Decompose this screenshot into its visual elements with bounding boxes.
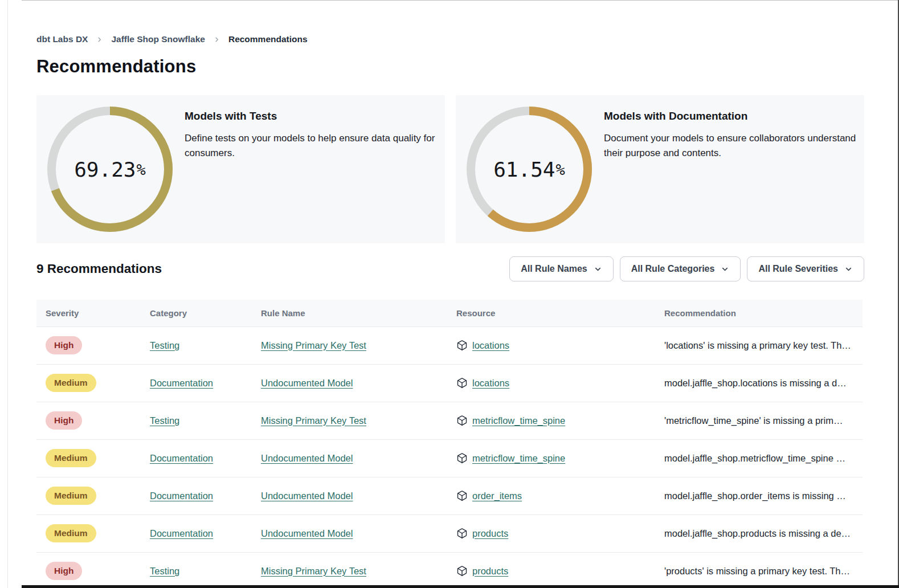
- table-row: HighTestingMissing Primary Key Testmetri…: [36, 402, 863, 439]
- breadcrumb: dbt Labs DXJaffle Shop SnowflakeRecommen…: [36, 34, 864, 44]
- rule-name-link[interactable]: Missing Primary Key Test: [261, 340, 366, 350]
- model-cube-icon: [456, 565, 468, 577]
- chevron-right-icon: [214, 36, 220, 43]
- severity-badge: High: [46, 411, 82, 430]
- filter-bar: All Rule NamesAll Rule CategoriesAll Rul…: [509, 256, 864, 281]
- resource-link[interactable]: order_items: [472, 491, 522, 501]
- chevron-down-icon: [594, 265, 602, 273]
- category-link[interactable]: Testing: [150, 415, 179, 426]
- recommendation-text: model.jaffle_shop.locations is missing a…: [664, 378, 847, 388]
- recommendation-text: model.jaffle_shop.metricflow_time_spine …: [664, 453, 845, 463]
- model-cube-icon: [456, 452, 468, 464]
- table-header-row: SeverityCategoryRule NameResourceRecomme…: [36, 300, 863, 326]
- column-header: Recommendation: [664, 300, 863, 326]
- table-row: MediumDocumentationUndocumented Modelpro…: [36, 514, 863, 552]
- recommendation-text: 'products' is missing a primary key test…: [664, 566, 850, 576]
- column-header: Category: [150, 300, 261, 326]
- rule-name-link[interactable]: Undocumented Model: [261, 378, 353, 388]
- rule-name-link[interactable]: Missing Primary Key Test: [261, 415, 366, 426]
- page-title: Recommendations: [36, 56, 864, 77]
- rule-name-link[interactable]: Undocumented Model: [261, 491, 353, 501]
- severity-badge: Medium: [46, 374, 96, 392]
- metric-card: 69.23% Models with TestsDefine tests on …: [36, 95, 445, 243]
- chevron-down-icon: [721, 265, 729, 273]
- category-link[interactable]: Documentation: [150, 378, 213, 388]
- category-link[interactable]: Documentation: [150, 453, 213, 463]
- rule-name-link[interactable]: Missing Primary Key Test: [261, 566, 366, 576]
- metric-card: 61.54% Models with DocumentationDocument…: [456, 95, 864, 243]
- donut-gauge: 61.54%: [467, 107, 592, 232]
- table-row: HighTestingMissing Primary Key Testlocat…: [36, 326, 863, 364]
- filter-label: All Rule Severities: [758, 264, 838, 274]
- window-bottom-edge: [22, 585, 899, 588]
- model-cube-icon: [456, 415, 468, 426]
- table-row: MediumDocumentationUndocumented Modelord…: [36, 477, 863, 514]
- severity-badge: Medium: [46, 524, 96, 542]
- metric-card-description: Define tests on your models to help ensu…: [185, 131, 442, 161]
- recommendations-table: SeverityCategoryRule NameResourceRecomme…: [36, 300, 863, 588]
- resource-link[interactable]: metricflow_time_spine: [472, 415, 565, 426]
- metric-card-text: Models with DocumentationDocument your m…: [604, 95, 861, 243]
- resource-link[interactable]: metricflow_time_spine: [472, 453, 565, 464]
- chevron-right-icon: [96, 36, 103, 43]
- resource-link[interactable]: products: [472, 528, 508, 539]
- metric-cards: 69.23% Models with TestsDefine tests on …: [36, 95, 864, 243]
- donut-gauge: 69.23%: [47, 107, 173, 232]
- resource-link[interactable]: locations: [472, 340, 509, 351]
- rule-name-link[interactable]: Undocumented Model: [261, 528, 353, 538]
- model-cube-icon: [456, 377, 468, 389]
- severity-badge: Medium: [46, 487, 96, 505]
- breadcrumb-item: Recommendations: [228, 34, 308, 44]
- recommendation-text: 'metricflow_time_spine' is missing a pri…: [664, 415, 843, 426]
- breadcrumb-item[interactable]: dbt Labs DX: [36, 34, 88, 44]
- recommendation-text: 'locations' is missing a primary key tes…: [664, 340, 851, 350]
- gauge-value: 61.54%: [467, 107, 592, 232]
- severity-badge: High: [46, 336, 82, 354]
- category-link[interactable]: Testing: [150, 566, 179, 576]
- filter-label: All Rule Categories: [631, 264, 715, 274]
- rule-categories-filter[interactable]: All Rule Categories: [620, 256, 741, 281]
- table-row: MediumDocumentationUndocumented Modelmet…: [36, 439, 863, 477]
- model-cube-icon: [456, 528, 468, 539]
- metric-card-title: Models with Documentation: [604, 110, 861, 122]
- category-link[interactable]: Documentation: [150, 528, 213, 538]
- resource-link[interactable]: products: [472, 566, 508, 577]
- metric-card-text: Models with TestsDefine tests on your mo…: [185, 95, 442, 243]
- column-header: Rule Name: [261, 300, 456, 326]
- list-header: 9 Recommendations All Rule NamesAll Rule…: [36, 256, 864, 281]
- severity-badge: Medium: [46, 449, 96, 467]
- chevron-down-icon: [844, 265, 853, 273]
- category-link[interactable]: Documentation: [150, 491, 213, 501]
- gauge-value: 69.23%: [47, 107, 173, 232]
- main-content: dbt Labs DXJaffle Shop SnowflakeRecommen…: [36, 0, 864, 588]
- rule-names-filter[interactable]: All Rule Names: [509, 256, 613, 281]
- table-row: HighTestingMissing Primary Key Testprodu…: [36, 552, 863, 588]
- breadcrumb-item[interactable]: Jaffle Shop Snowflake: [111, 34, 205, 44]
- model-cube-icon: [456, 490, 468, 501]
- metric-card-title: Models with Tests: [185, 110, 442, 122]
- metric-card-description: Document your models to ensure collabora…: [604, 131, 861, 161]
- recommendation-text: model.jaffle_shop.order_items is missing…: [664, 491, 846, 501]
- column-header: Resource: [456, 300, 664, 326]
- filter-label: All Rule Names: [521, 264, 587, 274]
- table-row: MediumDocumentationUndocumented Modelloc…: [36, 364, 863, 402]
- column-header: Severity: [36, 300, 150, 326]
- recommendation-text: model.jaffle_shop.products is missing a …: [664, 528, 851, 538]
- model-cube-icon: [456, 340, 468, 351]
- sidebar-edge-divider: [7, 0, 8, 588]
- recommendations-count: 9 Recommendations: [36, 262, 162, 276]
- severity-badge: High: [46, 562, 82, 580]
- rule-severities-filter[interactable]: All Rule Severities: [747, 256, 864, 281]
- category-link[interactable]: Testing: [150, 340, 179, 350]
- rule-name-link[interactable]: Undocumented Model: [261, 453, 353, 463]
- resource-link[interactable]: locations: [472, 378, 509, 389]
